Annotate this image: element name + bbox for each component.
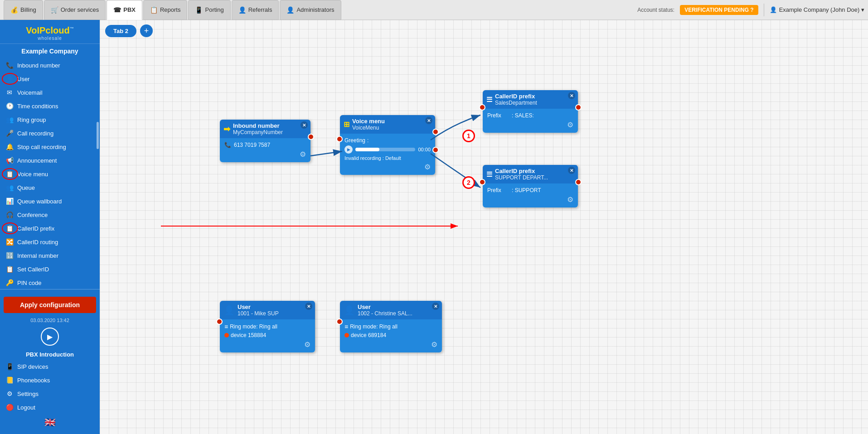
tab-referrals[interactable]: 👤 Referrals (232, 0, 279, 20)
node-christine-body: ≡ Ring mode: Ring all device 689184 ⚙ (340, 319, 442, 352)
sidebar-item-time-conditions[interactable]: 🕐 Time conditions (0, 99, 100, 113)
pin-code-icon: 🔑 (5, 279, 14, 286)
sidebar-label-callerid-prefix: CallerID prefix (17, 225, 54, 232)
logo-text: VoIPcloud™ (26, 25, 73, 36)
sidebar-item-callerid-prefix[interactable]: 📋 CallerID prefix (0, 222, 100, 235)
apply-config-button[interactable]: Apply configuration (4, 297, 96, 313)
sales-right-connector[interactable] (575, 104, 582, 111)
node-christine-gear[interactable]: ⚙ (344, 338, 437, 349)
sidebar-item-settings[interactable]: ⚙ Settings (0, 387, 100, 400)
queue-icon: 👥 (5, 184, 14, 191)
sidebar: VoIPcloud™ wholesale Example Company 📞 I… (0, 20, 100, 434)
sidebar-item-voicemail[interactable]: ✉ Voicemail (0, 86, 100, 99)
tab-porting[interactable]: 📱 Porting (188, 0, 230, 20)
tab-billing[interactable]: 💰 Billing (4, 0, 43, 20)
node-inbound-close[interactable]: ✕ (301, 121, 308, 129)
node-callerid-sales[interactable]: ☰ CallerID prefix SalesDepartment ✕ Pref… (483, 90, 578, 133)
device-dot-christine (344, 333, 349, 338)
ring-mode-icon-christine: ≡ (344, 323, 348, 330)
play-intro-button[interactable]: ▶ (41, 328, 59, 346)
greeting-value: : (367, 137, 369, 144)
sidebar-item-voice-menu[interactable]: 📋 Voice menu (0, 167, 100, 181)
sidebar-item-announcement[interactable]: 📢 Announcement (0, 154, 100, 167)
sidebar-item-user[interactable]: 👤 User (0, 72, 100, 86)
sidebar-item-stop-call-recording[interactable]: 🔔 Stop call recording (0, 140, 100, 154)
sidebar-label-user: User (17, 76, 29, 82)
node-support-close[interactable]: ✕ (568, 167, 575, 174)
voice-right-connector-2[interactable] (432, 147, 439, 153)
sidebar-label-logout: Logout (17, 404, 35, 411)
verification-badge[interactable]: VERIFICATION PENDING ? (680, 5, 758, 15)
user-christine-avatar-icon: 👤 (344, 305, 355, 316)
arrows-overlay (100, 20, 868, 434)
support-left-connector[interactable] (479, 179, 485, 185)
tab-pbx[interactable]: ☎ PBX (107, 0, 142, 20)
tab-2-button[interactable]: Tab 2 (105, 25, 136, 37)
canvas-toolbar: Tab 2 + (100, 20, 158, 42)
sales-prefix-label: Prefix (487, 112, 501, 119)
sales-left-connector[interactable] (479, 104, 485, 111)
node-christine-close[interactable]: ✕ (432, 303, 439, 310)
user-info[interactable]: 👤 Example Company (John Doe) ▾ (770, 6, 864, 13)
node-voice-gear[interactable]: ⚙ (344, 161, 431, 171)
node-user-mike[interactable]: 👤 User 1001 - Mike SUP ✕ ≡ Ring mode: Ri… (220, 301, 315, 352)
christine-left-connector[interactable] (336, 318, 343, 325)
node-support-gear[interactable]: ⚙ (487, 193, 573, 204)
node-sales-close[interactable]: ✕ (568, 92, 575, 99)
inbound-right-connector[interactable] (308, 134, 314, 140)
node-christine-title: User (358, 304, 412, 310)
sidebar-item-ring-group[interactable]: 👥 Ring group (0, 113, 100, 126)
sidebar-label-callerid-routing: CallerID routing (17, 239, 58, 246)
node-mike-close[interactable]: ✕ (305, 303, 312, 310)
admin-icon: 👤 (286, 6, 294, 14)
billing-icon: 💰 (10, 6, 18, 14)
sidebar-item-queue-wallboard[interactable]: 📊 Queue wallboard (0, 194, 100, 208)
node-inbound-title: Inbound number (233, 122, 283, 129)
invalid-value: : Default (383, 155, 401, 161)
sidebar-item-call-recording[interactable]: 🎤 Call recording (0, 126, 100, 140)
node-inbound-number[interactable]: ➡ Inbound number MyCompanyNumber ✕ 📞 613… (220, 120, 310, 162)
node-voice-close[interactable]: ✕ (425, 117, 432, 124)
pbx-intro-label: PBX Introduction (0, 349, 100, 360)
tab-administrators[interactable]: 👤 Administrators (280, 0, 341, 20)
add-tab-button[interactable]: + (140, 24, 153, 37)
settings-icon: ⚙ (5, 390, 14, 397)
audio-play-button[interactable]: ▶ (344, 145, 353, 154)
sidebar-label-sip: SIP devices (17, 363, 48, 370)
node-mike-subtitle: 1001 - Mike SUP (238, 310, 279, 317)
sidebar-item-phonebooks[interactable]: 📒 Phonebooks (0, 373, 100, 387)
node-user-christine[interactable]: 👤 User 1002 - Christine SAL... ✕ ≡ Ring … (340, 301, 442, 352)
sidebar-item-pin-code[interactable]: 🔑 PIN code (0, 276, 100, 289)
sidebar-item-logout[interactable]: 🔴 Logout (0, 400, 100, 414)
sidebar-label-queue-wallboard: Queue wallboard (17, 198, 62, 205)
node-mike-gear[interactable]: ⚙ (224, 338, 310, 349)
node-inbound-gear[interactable]: ⚙ (224, 148, 306, 159)
sales-prefix-value: : SALES: (512, 112, 534, 119)
sidebar-item-queue[interactable]: 👥 Queue (0, 181, 100, 194)
sidebar-item-internal-number[interactable]: 🔢 Internal number (0, 249, 100, 262)
node-mike-device: device 158884 (231, 332, 266, 338)
sidebar-item-callerid-routing[interactable]: 🔀 CallerID routing (0, 235, 100, 249)
sidebar-item-inbound-number[interactable]: 📞 Inbound number (0, 58, 100, 72)
sidebar-item-conference[interactable]: 🎧 Conference (0, 208, 100, 222)
number-2-annotation: 2 (462, 176, 475, 189)
mike-left-connector[interactable] (216, 318, 223, 325)
node-voice-menu[interactable]: ⊞ Voice menu VoiceMenu ✕ Greeting : ▶ (340, 115, 435, 175)
number-1-annotation: 1 (462, 130, 475, 142)
node-inbound-arrow-icon: ➡ (223, 124, 230, 134)
node-callerid-support[interactable]: ☰ CallerID prefix SUPPORT DEPART... ✕ Pr… (483, 165, 578, 207)
voice-right-connector-1[interactable] (432, 129, 439, 135)
tab-reports[interactable]: 📋 Reports (143, 0, 188, 20)
support-right-connector[interactable] (575, 179, 582, 185)
sidebar-label-pin-code: PIN code (17, 280, 41, 286)
sidebar-item-sip-devices[interactable]: 📱 SIP devices (0, 360, 100, 373)
sidebar-label-time: Time conditions (17, 103, 58, 110)
node-sales-gear[interactable]: ⚙ (487, 119, 573, 129)
sidebar-item-set-callerid[interactable]: 📋 Set CallerID (0, 262, 100, 276)
sidebar-label-conference: Conference (17, 212, 48, 218)
voice-left-connector[interactable] (336, 136, 343, 142)
tab-order-services[interactable]: 🛒 Order services (44, 0, 106, 20)
config-date: 03.03.2020 13:42 (0, 317, 100, 324)
sidebar-label-internal-number: Internal number (17, 252, 58, 259)
sidebar-label-voice-menu: Voice menu (17, 171, 48, 178)
